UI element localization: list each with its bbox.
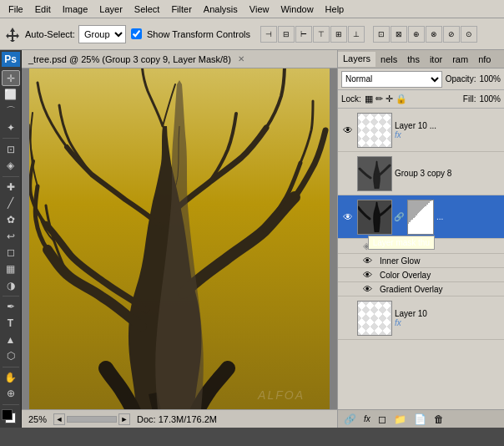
- color-overlay-effect[interactable]: 👁 Color Overlay: [338, 268, 504, 282]
- menu-file[interactable]: File: [3, 3, 28, 16]
- fx-badge: fx: [395, 130, 501, 139]
- crop-tool[interactable]: ⊡: [2, 141, 20, 157]
- eraser-tool[interactable]: ◻: [2, 245, 20, 261]
- clone-tool[interactable]: ✿: [2, 212, 20, 228]
- zoom-out-btn[interactable]: ◄: [53, 413, 65, 425]
- add-mask-icon[interactable]: ◻: [375, 413, 389, 426]
- align-top-icon[interactable]: ⊤: [313, 26, 330, 43]
- dist-top-icon[interactable]: ⊡: [373, 26, 390, 43]
- align-left-icon[interactable]: ⊣: [260, 26, 277, 43]
- eyedropper-tool[interactable]: ◈: [2, 158, 20, 174]
- color-overlay-eye[interactable]: 👁: [363, 270, 375, 280]
- lock-image-icon[interactable]: ✏: [375, 94, 383, 104]
- zoom-level: 25%: [28, 414, 47, 424]
- layer-visibility-eye[interactable]: 👁: [341, 124, 355, 137]
- menu-filter[interactable]: Filter: [166, 3, 196, 16]
- canvas-watermark: ALFOA: [258, 388, 305, 402]
- shape-tool[interactable]: ⬡: [2, 348, 20, 364]
- link-layers-icon[interactable]: 🔗: [341, 413, 359, 426]
- tab-paths[interactable]: ths: [402, 53, 425, 66]
- dist-left-icon[interactable]: ⊗: [426, 26, 442, 43]
- layer-item-bottom[interactable]: 👁 Layer 10 fx: [338, 296, 504, 340]
- menu-select[interactable]: Select: [129, 3, 165, 16]
- align-right-icon[interactable]: ⊢: [295, 26, 312, 43]
- history-tool[interactable]: ↩: [2, 228, 20, 244]
- hand-tool[interactable]: ✋: [2, 369, 20, 385]
- layer-visibility-eye[interactable]: 👁: [341, 312, 355, 325]
- tab-info[interactable]: nfo: [473, 53, 496, 66]
- canvas-tab-close[interactable]: ✕: [238, 54, 244, 63]
- type-tool[interactable]: T: [2, 316, 20, 332]
- dist-bottom-icon[interactable]: ⊕: [408, 26, 425, 43]
- lasso-tool[interactable]: ⌒: [2, 104, 20, 119]
- layer-item-selected[interactable]: 👁 🔗 Layer mask thu: [338, 195, 504, 239]
- pen-tool[interactable]: ✒: [2, 299, 20, 315]
- tab-channels[interactable]: nels: [375, 53, 402, 66]
- align-bottom-icon[interactable]: ⊥: [348, 26, 365, 43]
- lock-icons: ▦ ✏ ✛ 🔒: [365, 94, 407, 104]
- show-transform-label: Show Transform Controls: [147, 29, 250, 39]
- layer-visibility-eye[interactable]: 👁: [341, 167, 355, 180]
- gradient-tool[interactable]: ▦: [2, 261, 20, 277]
- layers-bottom-bar: 🔗 fx ◻ 📁 📄 🗑: [338, 409, 504, 428]
- brush-tool[interactable]: ╱: [2, 195, 20, 211]
- lock-label: Lock:: [341, 94, 361, 104]
- path-select-tool[interactable]: ▲: [2, 332, 20, 347]
- dodge-tool[interactable]: ◑: [2, 277, 20, 293]
- layer-item[interactable]: 👁 Group 3 copy 8: [338, 152, 504, 195]
- canvas-image: ALFOA: [29, 68, 330, 409]
- lock-transparent-icon[interactable]: ▦: [365, 94, 373, 104]
- menu-edit[interactable]: Edit: [30, 3, 56, 16]
- opacity-label: Opacity:: [446, 74, 476, 84]
- layer-visibility-eye[interactable]: 👁: [341, 210, 355, 224]
- move-tool-icon[interactable]: [3, 25, 22, 43]
- dist-horiz-icon[interactable]: ⊘: [443, 26, 460, 43]
- layer-item[interactable]: 👁 Layer 10 ... fx: [338, 109, 504, 152]
- blend-mode-select[interactable]: Normal Multiply Screen: [341, 71, 442, 88]
- menu-window[interactable]: Window: [275, 3, 318, 16]
- zoom-in-btn[interactable]: ►: [118, 413, 130, 425]
- inner-glow-effect[interactable]: 👁 Inner Glow: [338, 254, 504, 268]
- canvas-area: _tree.psd @ 25% (Group 3 copy 9, Layer M…: [22, 50, 337, 428]
- menu-analysis[interactable]: Analysis: [199, 3, 243, 16]
- effects-visibility[interactable]: ◈: [363, 241, 375, 251]
- layer-thumbnail: [357, 156, 392, 191]
- gradient-overlay-eye[interactable]: 👁: [363, 284, 375, 294]
- zoom-slider[interactable]: [67, 416, 117, 423]
- tab-actions[interactable]: ram: [447, 53, 473, 66]
- align-icons-group: ⊣ ⊟ ⊢ ⊤ ⊞ ⊥: [260, 26, 365, 43]
- layer-info: Layer 10 ... fx: [395, 121, 501, 139]
- menu-layer[interactable]: Layer: [94, 3, 128, 16]
- add-layer-style-icon[interactable]: fx: [361, 413, 373, 424]
- gradient-overlay-effect[interactable]: 👁 Gradient Overlay: [338, 282, 504, 296]
- align-center-h-icon[interactable]: ⊟: [278, 26, 295, 43]
- tab-layers[interactable]: Layers: [338, 52, 375, 67]
- ps-logo: Ps: [2, 52, 20, 67]
- zoom-tool[interactable]: ⊕: [2, 386, 20, 402]
- marquee-tool[interactable]: ⬜: [2, 87, 20, 103]
- toolbar: Auto-Select: Group Layer Show Transform …: [0, 18, 504, 50]
- layers-lock-bar: Lock: ▦ ✏ ✛ 🔒 Fill: 100%: [338, 90, 504, 109]
- inner-glow-eye[interactable]: 👁: [363, 256, 375, 266]
- magic-wand-tool[interactable]: ✦: [2, 120, 20, 136]
- align-center-v-icon[interactable]: ⊞: [330, 26, 347, 43]
- fg-bg-color[interactable]: [2, 409, 20, 424]
- canvas-view[interactable]: ALFOA: [22, 68, 337, 409]
- dist-vert-icon[interactable]: ⊠: [391, 26, 407, 43]
- move-tool[interactable]: ✛: [2, 70, 20, 86]
- create-group-icon[interactable]: 📁: [391, 413, 409, 426]
- menu-image[interactable]: Image: [58, 3, 93, 16]
- menu-help[interactable]: Help: [320, 3, 350, 16]
- lock-all-icon[interactable]: 🔒: [396, 94, 407, 104]
- dist-right-icon[interactable]: ⊙: [461, 26, 477, 43]
- menu-bar: File Edit Image Layer Select Filter Anal…: [0, 0, 504, 18]
- menu-view[interactable]: View: [244, 3, 275, 16]
- lock-position-icon[interactable]: ✛: [386, 94, 393, 104]
- doc-info: Doc: 17.3M/176.2M: [137, 414, 217, 424]
- heal-tool[interactable]: ✚: [2, 179, 20, 195]
- delete-layer-icon[interactable]: 🗑: [431, 413, 446, 426]
- show-transform-checkbox[interactable]: [131, 28, 142, 39]
- tab-history[interactable]: itor: [425, 53, 447, 66]
- create-new-layer-icon[interactable]: 📄: [411, 413, 429, 426]
- auto-select-dropdown[interactable]: Group Layer: [78, 25, 126, 43]
